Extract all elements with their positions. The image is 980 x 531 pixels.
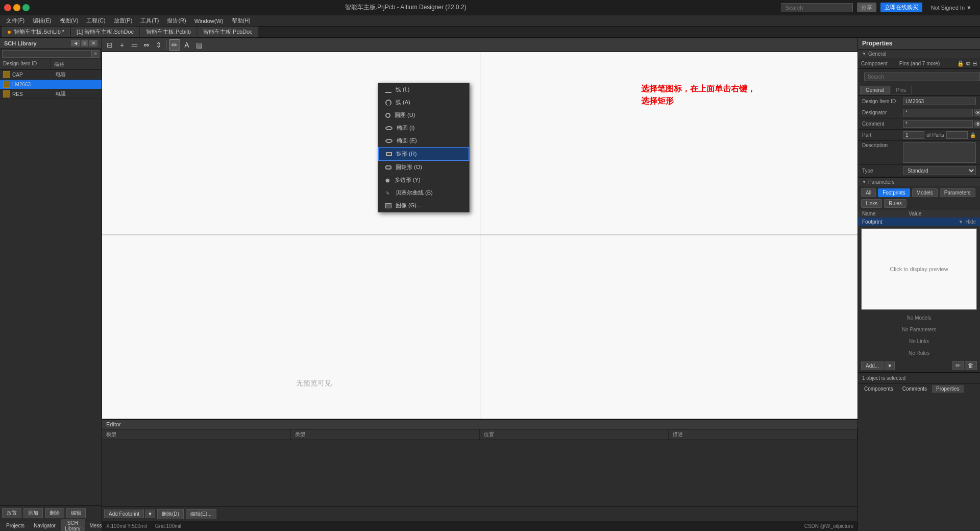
edit-pencil-icon[interactable]: ✏ [952, 361, 964, 370]
component-row-res[interactable]: RES 电阻 [0, 89, 102, 99]
editor-edit-button[interactable]: 编辑(E)... [186, 509, 216, 519]
nav-sch-library[interactable]: SCH Library [61, 519, 85, 532]
ctx-circle[interactable]: 圆圈 (U) [378, 109, 469, 122]
ctx-polygon[interactable]: ⬟ 多边形 (Y) [378, 174, 469, 186]
copy-icon[interactable]: ⧉ [966, 60, 970, 67]
menu-file[interactable]: 文件(F) [2, 16, 29, 26]
canvas-area[interactable]: 选择笔图标，在上面单击右键， 选择矩形 线 (L) 弧 (A) 圆 [102, 52, 857, 419]
general-tab[interactable]: General [860, 86, 890, 94]
editor-table-body [102, 440, 857, 481]
minimize-button[interactable] [13, 4, 20, 11]
prop-tab-parameters[interactable]: Parameters [940, 188, 975, 197]
ctx-rect[interactable]: 矩形 (R) [378, 147, 469, 161]
canvas-top[interactable]: 选择笔图标，在上面单击右键， 选择矩形 线 (L) 弧 (A) 圆 [102, 52, 857, 235]
designator-eye-icon[interactable]: 👁 [974, 109, 980, 116]
toolbar-rect-btn[interactable]: ▭ [129, 39, 140, 51]
footprint-dropdown-icon[interactable]: ▼ [959, 219, 964, 225]
component-row-cap[interactable]: CAP 电容 [0, 70, 102, 80]
panel-tab-comments[interactable]: Comments [898, 385, 931, 393]
footprint-hide-btn[interactable]: Hide [965, 219, 976, 225]
preview-area[interactable]: Click to display preview [861, 228, 977, 310]
prop-value-type[interactable]: Standard [903, 166, 976, 175]
menu-report[interactable]: 报告(R) [163, 16, 190, 26]
pins-tab[interactable]: Pins [891, 86, 912, 94]
add-param-arrow[interactable]: ▼ [885, 361, 895, 370]
prop-value-comment[interactable] [903, 120, 973, 128]
toolbar-text-btn[interactable]: A [181, 39, 192, 51]
general-section-header[interactable]: ▼ General [858, 50, 980, 58]
prop-search-input[interactable] [864, 73, 980, 81]
panel-pin-button[interactable]: ◄ [71, 40, 80, 46]
signin-button[interactable]: Not Signed In ▼ [926, 4, 976, 12]
editor-col-pos: 位置 [480, 429, 669, 440]
add-footprint-arrow[interactable]: ▼ [145, 510, 155, 518]
tab-pcblib[interactable]: 智能车主板.Pcblib [140, 27, 197, 37]
menu-view[interactable]: 视图(V) [56, 16, 83, 26]
tabbar: 智能车主板.SchLib * [1] 智能车主板.SchDoc 智能车主板.Pc… [0, 27, 980, 38]
menu-help[interactable]: 帮助(H) [228, 16, 255, 26]
filter-icon[interactable]: ⊟ [972, 60, 977, 67]
add-button[interactable]: 添加 [23, 508, 43, 518]
part-lock-icon[interactable]: 🔒 [970, 132, 976, 138]
menu-project[interactable]: 工程(C) [82, 16, 109, 26]
add-footprint-button[interactable]: Add Footprint [104, 510, 144, 518]
prop-value-design-item-id[interactable] [903, 98, 976, 105]
component-search-button[interactable]: ≡ [91, 50, 100, 58]
prop-tab-footprints[interactable]: Footprints [878, 188, 910, 197]
toolbar-chart-btn[interactable]: ▤ [193, 39, 205, 51]
panel-tab-components[interactable]: Components [860, 385, 897, 393]
menu-window[interactable]: Window(W) [190, 17, 228, 25]
toolbar-align-h-btn[interactable]: ⇔ [141, 39, 152, 51]
ctx-ellipse2[interactable]: 椭圆 (E) [378, 134, 469, 147]
toolbar-filter-btn[interactable]: ⊟ [104, 39, 115, 51]
toolbar-pencil-btn[interactable]: ✏ [169, 39, 180, 51]
prop-value-part[interactable] [903, 131, 924, 139]
tab-schlib[interactable]: 智能车主板.SchLib * [2, 27, 70, 37]
parameters-section-header[interactable]: ▼ Parameters [858, 178, 980, 186]
center-area: ⊟ + ▭ ⇔ ⇕ ✏ A ▤ 选择笔图标，在上面单击右键， 选择矩形 [102, 38, 857, 531]
panel-tab-properties[interactable]: Properties [932, 385, 964, 393]
toolbar-align-v-btn[interactable]: ⇕ [153, 39, 164, 51]
prop-value-of-parts[interactable] [946, 131, 968, 139]
place-button[interactable]: 放置 [2, 508, 21, 518]
editor-table: 模型 类型 位置 描述 [102, 429, 857, 506]
tab-schdoc[interactable]: [1] 智能车主板.SchDoc [71, 27, 139, 37]
component-search-input[interactable] [2, 50, 91, 58]
menu-tools[interactable]: 工具(T) [136, 16, 163, 26]
component-row-lm2663[interactable]: LM2663 [0, 80, 102, 89]
lock-icon[interactable]: 🔒 [957, 60, 964, 67]
tab-pcbdoc[interactable]: 智能车主板.PcbDoc [198, 27, 258, 37]
prop-tab-links[interactable]: Links [861, 199, 882, 208]
ctx-line[interactable]: 线 (L) [378, 83, 469, 96]
share-button[interactable]: 分享 [857, 3, 876, 12]
nav-navigator[interactable]: Navigator [30, 522, 60, 529]
ctx-image[interactable]: 图像 (G)... [378, 199, 469, 212]
prop-value-description[interactable] [903, 142, 976, 163]
ctx-bezier[interactable]: ∿ 贝塞尔曲线 (B) [378, 186, 469, 199]
global-search-input[interactable] [781, 3, 853, 12]
edit-button[interactable]: 编辑 [66, 508, 86, 518]
panel-close-button[interactable]: ✕ [89, 40, 97, 46]
canvas-bottom[interactable]: 无预览可见 [102, 235, 857, 419]
panel-menu-button[interactable]: ≡ [81, 40, 88, 46]
footprint-row[interactable]: Footprint ▼ Hide [858, 218, 980, 226]
menu-edit[interactable]: 编辑(E) [29, 16, 56, 26]
prop-tab-all[interactable]: All [861, 188, 876, 197]
buy-online-button[interactable]: 立即在线购买 [880, 3, 922, 12]
close-button[interactable] [4, 4, 11, 11]
prop-tab-rules[interactable]: Rules [884, 199, 906, 208]
menu-place[interactable]: 放置(P) [110, 16, 137, 26]
comment-eye-icon[interactable]: 👁 [974, 120, 980, 128]
editor-delete-button[interactable]: 删除(D) [157, 509, 184, 519]
toolbar-add-btn[interactable]: + [116, 39, 128, 51]
ctx-ellipse[interactable]: 椭圆 (I) [378, 122, 469, 134]
prop-value-designator[interactable] [903, 109, 973, 116]
delete-button[interactable]: 删除 [45, 508, 64, 518]
prop-tab-models[interactable]: Models [912, 188, 938, 197]
nav-projects[interactable]: Projects [2, 522, 29, 529]
ctx-roundrect[interactable]: 圆矩形 (O) [378, 161, 469, 174]
maximize-button[interactable] [22, 4, 30, 11]
delete-icon[interactable]: 🗑 [965, 361, 977, 370]
ctx-arc[interactable]: 弧 (A) [378, 96, 469, 109]
add-param-button[interactable]: Add... [861, 361, 884, 370]
